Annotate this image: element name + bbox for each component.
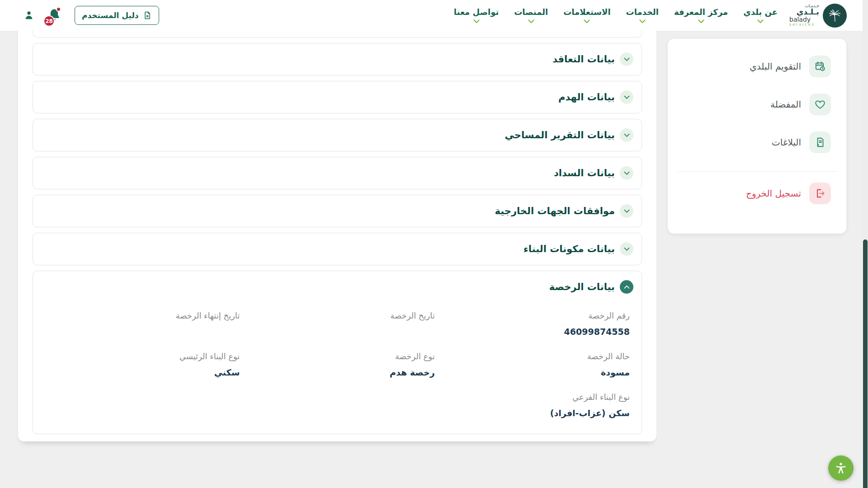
notification-count-badge: 28 — [43, 15, 55, 27]
chevron-down-icon — [757, 19, 764, 23]
field-license-type: نوع الرخصة رخصة هدم — [240, 352, 434, 378]
field-value: سكن (عزاب-افراد) — [435, 408, 630, 419]
nav-label: المنصات — [514, 7, 548, 17]
header-left-group: 28 دليل المستخدم — [0, 6, 159, 25]
user-guide-button[interactable]: دليل المستخدم — [75, 6, 159, 25]
accessibility-person-icon — [834, 461, 848, 475]
accordion-survey-report-data[interactable]: بيانات التقرير المساحي — [33, 119, 642, 151]
field-license-status: حالة الرخصة مسودة — [435, 352, 630, 378]
field-license-expiry-date: تاريخ إنتهاء الرخصة — [45, 311, 240, 338]
logo-wordmark: خـدمـات بـلـدي balady services — [789, 4, 819, 27]
logout-icon — [809, 183, 831, 204]
chevron-down-icon — [620, 242, 633, 256]
nav-label: مركز المعرفة — [674, 7, 728, 17]
user-profile-icon[interactable] — [24, 10, 34, 20]
chevron-down-icon — [473, 19, 480, 23]
content-container: بيانات التعاقد بيانات الهدم بيانات التقر… — [18, 0, 656, 441]
field-label: نوع الرخصة — [240, 352, 434, 362]
chevron-down-icon — [698, 19, 704, 23]
heart-icon — [809, 94, 831, 115]
license-fields-grid: رقم الرخصة 46099874558 تاريخ الرخصة تاري… — [41, 294, 633, 433]
logout-label: تسجيل الخروج — [746, 188, 801, 199]
balady-logo[interactable]: خـدمـات بـلـدي balady services — [789, 4, 847, 28]
field-value — [45, 327, 240, 338]
chevron-down-icon — [528, 19, 534, 23]
nav-label: الاستعلامات — [563, 7, 610, 17]
field-value: رخصة هدم — [240, 367, 434, 378]
accordion-card-partial[interactable] — [33, 31, 642, 38]
chevron-down-icon — [620, 90, 633, 104]
user-menu-sidebar: التقويم البلدي المفضلة البلاغات تسجيل ال… — [668, 39, 846, 234]
report-document-icon — [809, 131, 831, 153]
palm-tree-icon — [823, 4, 847, 28]
field-value: سكني — [45, 367, 240, 378]
field-license-date: تاريخ الرخصة — [240, 311, 434, 338]
header-right-group: خـدمـات بـلـدي balady services عن بلدي م… — [454, 4, 868, 28]
accordion-title: بيانات الرخصة — [549, 282, 615, 292]
chevron-down-icon — [620, 52, 633, 66]
accordion-contract-data[interactable]: بيانات التعاقد — [33, 43, 642, 75]
accordion-title: بيانات التقرير المساحي — [505, 130, 615, 141]
accordion-license-header[interactable]: بيانات الرخصة — [41, 280, 633, 294]
logo-en-sub: services — [789, 23, 819, 27]
nav-item-services[interactable]: الخدمات — [626, 7, 659, 23]
accordion-title: بيانات التعاقد — [552, 54, 615, 65]
accordion-external-approvals[interactable]: موافقات الجهات الخارجية — [33, 195, 642, 227]
field-value: 46099874558 — [435, 327, 630, 338]
chevron-down-icon — [620, 204, 633, 218]
accordion-demolition-data[interactable]: بيانات الهدم — [33, 81, 642, 113]
nav-item-platforms[interactable]: المنصات — [514, 7, 548, 23]
field-value — [240, 327, 434, 338]
sidebar-item-label: البلاغات — [772, 137, 801, 148]
field-label: رقم الرخصة — [435, 311, 630, 321]
nav-label: عن بلدي — [743, 7, 778, 17]
scrollbar-track[interactable] — [863, 0, 868, 488]
sidebar-item-label: التقويم البلدي — [750, 61, 801, 72]
accordion-title: بيانات السداد — [554, 168, 615, 178]
sidebar-divider — [678, 171, 836, 172]
header: خـدمـات بـلـدي balady services عن بلدي م… — [0, 0, 868, 31]
chevron-up-icon — [620, 280, 633, 294]
user-guide-label: دليل المستخدم — [82, 11, 139, 20]
notifications-bell-icon[interactable]: 28 — [47, 8, 62, 23]
nav-label: الخدمات — [626, 7, 659, 17]
notification-dot — [56, 7, 61, 12]
sidebar-item-reports[interactable]: البلاغات — [668, 131, 846, 153]
calendar-clock-icon — [809, 56, 831, 77]
sidebar-logout-button[interactable]: تسجيل الخروج — [668, 183, 846, 204]
nav-item-about-balady[interactable]: عن بلدي — [743, 7, 778, 23]
field-sub-building-type: نوع البناء الفرعي سكن (عزاب-افراد) — [435, 392, 630, 419]
nav-item-contact-us[interactable]: تواصل معنا — [454, 7, 499, 23]
accordion-payment-data[interactable]: بيانات السداد — [33, 157, 642, 189]
field-label: نوع البناء الفرعي — [435, 392, 630, 403]
field-value: مسودة — [435, 367, 630, 378]
logo-en-main: balady — [789, 16, 819, 23]
sidebar-item-label: المفضلة — [770, 99, 801, 110]
sidebar-item-favorites[interactable]: المفضلة — [668, 94, 846, 115]
chevron-down-icon — [584, 19, 590, 23]
logo-ar-main: بـلـدي — [789, 8, 819, 16]
chevron-down-icon — [620, 128, 633, 142]
field-label: نوع البناء الرئيسي — [45, 352, 240, 362]
field-license-number: رقم الرخصة 46099874558 — [435, 311, 630, 338]
nav-item-inquiries[interactable]: الاستعلامات — [563, 7, 610, 23]
accordion-license-data-expanded: بيانات الرخصة رقم الرخصة 46099874558 تار… — [33, 271, 642, 434]
sidebar-item-municipal-calendar[interactable]: التقويم البلدي — [668, 56, 846, 77]
field-label: تاريخ الرخصة — [240, 311, 434, 321]
field-label: حالة الرخصة — [435, 352, 630, 362]
accessibility-button[interactable] — [828, 455, 854, 481]
accordion-building-components[interactable]: بيانات مكونات البناء — [33, 233, 642, 265]
chevron-down-icon — [620, 166, 633, 180]
accordion-title: بيانات الهدم — [558, 92, 615, 103]
pdf-file-icon — [143, 11, 152, 20]
nav-item-knowledge-center[interactable]: مركز المعرفة — [674, 7, 728, 23]
accordion-title: بيانات مكونات البناء — [524, 244, 615, 254]
accordion-title: موافقات الجهات الخارجية — [495, 206, 615, 216]
chevron-down-icon — [639, 19, 646, 23]
field-label: تاريخ إنتهاء الرخصة — [45, 311, 240, 321]
main-nav: عن بلدي مركز المعرفة الخدمات الاستعلامات… — [454, 7, 778, 23]
field-main-building-type: نوع البناء الرئيسي سكني — [45, 352, 240, 378]
scrollbar-thumb[interactable] — [863, 239, 868, 488]
nav-label: تواصل معنا — [454, 7, 499, 17]
